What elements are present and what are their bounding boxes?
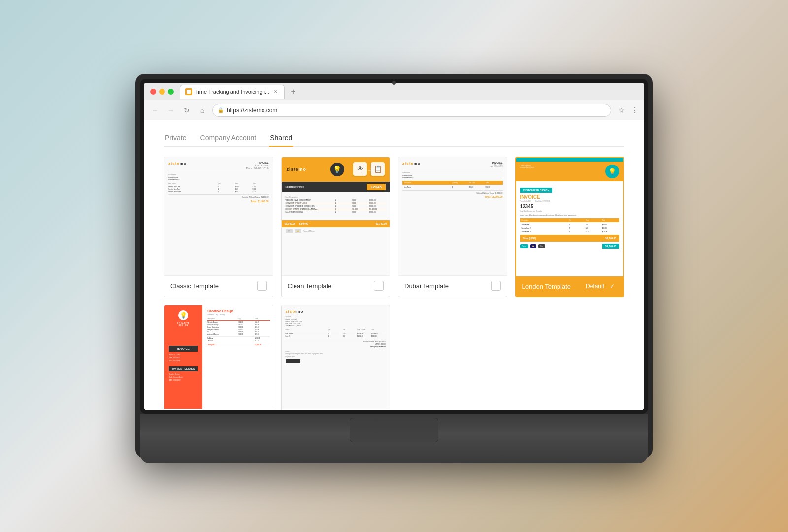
laptop-base <box>140 414 648 463</box>
preview-eye-icon[interactable]: 👁 <box>353 162 367 176</box>
tab-shared[interactable]: Shared <box>269 130 293 147</box>
refresh-button[interactable]: ↻ <box>181 104 193 116</box>
template-footer-dubai: Dubai Template <box>398 275 507 296</box>
address-bar[interactable]: 🔒 https://zistemo.com <box>212 104 611 117</box>
template-grid: zistemo INVOICE No. 12345 Date: 01/01/20… <box>164 157 624 410</box>
browser-titlebar: Time Tracking and Invoicing i... ✕ + <box>144 83 644 100</box>
preview-copy-icon[interactable]: 📋 <box>371 162 385 176</box>
template-preview-clean: 👁 📋 zistemo 💡 Creative Design company@e <box>282 157 390 275</box>
tab-bar: Time Tracking and Invoicing i... ✕ + <box>180 85 638 99</box>
dubai-template-name: Dubai Template <box>404 282 449 290</box>
tab-company-account[interactable]: Company Account <box>199 130 258 147</box>
laptop-frame: Time Tracking and Invoicing i... ✕ + ← →… <box>135 74 653 458</box>
new-tab-button[interactable]: + <box>287 85 299 98</box>
template-footer-london: London Template Default <box>516 276 624 296</box>
template-preview-simple: zistemo Invoice Invoice No. 00001 Invoic… <box>282 305 390 409</box>
clean-template-name: Clean Template <box>288 282 332 290</box>
template-preview-creative: 💡 CreativeDesign INVOICE Invoice #: 1234… <box>164 305 273 409</box>
tab-private[interactable]: Private <box>164 130 188 147</box>
minimize-window-button[interactable] <box>159 89 165 95</box>
template-card-creative[interactable]: 💡 CreativeDesign INVOICE Invoice #: 1234… <box>164 305 273 410</box>
classic-template-name: Classic Template <box>170 282 219 290</box>
template-footer-creative: Creative Template <box>164 409 273 410</box>
template-preview-dubai: zistemo INVOICE No. 12345 Date: 01/01/20… <box>398 157 507 275</box>
ssl-lock-icon: 🔒 <box>218 107 224 113</box>
london-template-name: London Template <box>522 283 571 290</box>
browser-screen: Time Tracking and Invoicing i... ✕ + ← →… <box>144 83 644 410</box>
tab-favicon <box>185 88 192 95</box>
template-footer-simple: Simple Template <box>282 409 390 410</box>
camera-dot <box>392 81 396 85</box>
active-browser-tab[interactable]: Time Tracking and Invoicing i... ✕ <box>180 85 285 99</box>
url-display: https://zistemo.com <box>227 107 606 114</box>
london-select-checkbox[interactable] <box>607 281 617 291</box>
template-footer-clean: Clean Template <box>282 275 390 296</box>
maximize-window-button[interactable] <box>168 89 174 95</box>
traffic-lights <box>150 89 174 95</box>
template-card-london[interactable]: Client Address company@email.com 💡 CUSTO… <box>515 157 624 297</box>
close-window-button[interactable] <box>150 89 156 95</box>
dubai-select-checkbox[interactable] <box>491 281 501 291</box>
classic-select-checkbox[interactable] <box>257 281 267 291</box>
template-card-clean[interactable]: 👁 📋 zistemo 💡 Creative Design company@e <box>281 157 391 297</box>
back-button[interactable]: ← <box>149 104 161 116</box>
home-button[interactable]: ⌂ <box>197 104 208 116</box>
page-tabs: Private Company Account Shared <box>164 130 624 147</box>
template-preview-classic: zistemo INVOICE No. 12345 Date: 01/01/20… <box>164 157 273 275</box>
template-footer-classic: Classic Template <box>164 275 273 296</box>
london-default-label: Default <box>586 283 604 290</box>
page-content: Private Company Account Shared zistemo <box>144 120 644 410</box>
classic-logo: zistemo <box>168 161 187 170</box>
preview-action-icons: 👁 📋 <box>353 162 385 176</box>
clean-select-checkbox[interactable] <box>374 281 384 291</box>
browser-menu-button[interactable]: ⋮ <box>631 105 639 115</box>
template-card-dubai[interactable]: zistemo INVOICE No. 12345 Date: 01/01/20… <box>398 157 507 297</box>
tab-title: Time Tracking and Invoicing i... <box>195 89 269 95</box>
tab-close-button[interactable]: ✕ <box>272 88 279 95</box>
screen-bezel: Time Tracking and Invoicing i... ✕ + ← →… <box>140 79 648 414</box>
forward-button[interactable]: → <box>165 104 177 116</box>
template-preview-london: Client Address company@email.com 💡 CUSTO… <box>516 158 624 276</box>
trackpad[interactable] <box>350 418 438 442</box>
template-card-simple[interactable]: zistemo Invoice Invoice No. 00001 Invoic… <box>281 305 391 410</box>
template-card-classic[interactable]: zistemo INVOICE No. 12345 Date: 01/01/20… <box>164 157 273 297</box>
bookmark-button[interactable]: ☆ <box>615 104 627 116</box>
browser-navbar: ← → ↻ ⌂ 🔒 https://zistemo.com ☆ ⋮ <box>144 100 644 120</box>
